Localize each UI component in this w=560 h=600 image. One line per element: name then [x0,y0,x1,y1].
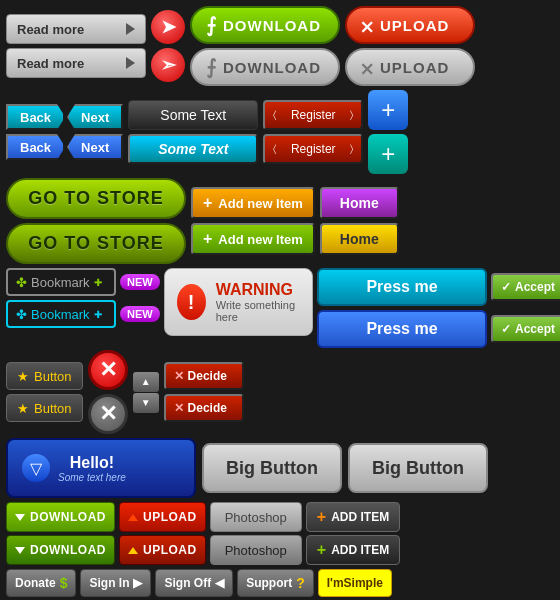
download-small-button-2[interactable]: DOWNLOAD [6,535,115,565]
checkmark-icon-2: ✓ [501,322,511,336]
download-small-button-1[interactable]: DOWNLOAD [6,502,115,532]
accept-button-2[interactable]: ✓ Accept [491,315,560,343]
down-arrow-button[interactable]: ▼ [133,393,159,413]
additem-button-1[interactable]: + ADD ITEM [306,502,400,532]
hello-button[interactable]: ▽ Hello! Some text here [6,438,196,498]
upload-gray-label: UPLOAD [380,59,449,76]
decide-button-2[interactable]: ✕ Decide [164,394,244,422]
signoff-button-1[interactable]: Sign Off ◀ [155,569,233,597]
download-label-1: DOWNLOAD [223,17,321,34]
donate-button-1[interactable]: Donate $ [6,569,76,597]
next-button-1[interactable]: Next [67,104,123,130]
upload-gray-button[interactable]: ⨉ UPLOAD [345,48,475,86]
home-purple-button[interactable]: Home [320,187,399,219]
plus-blue-button-1[interactable]: + [368,90,408,130]
upload-red-label: UPLOAD [380,17,449,34]
plus-icon-green: + [203,230,212,248]
big-button-2[interactable]: Big Button [348,443,488,493]
support-button-1[interactable]: Support ? [237,569,314,597]
photoshop-button-1[interactable]: Photoshop [210,502,302,532]
bookmark-icon-2: ✤ [16,307,27,322]
back-label-2: Back [20,140,51,155]
accept-button-1[interactable]: ✓ Accept [491,273,560,301]
triangle-down-icon-1 [15,514,25,521]
checkmark-icon-1: ✓ [501,280,511,294]
x-icon-2: ✕ [174,401,184,415]
gotostore-label-1: GO TO STORE [28,188,163,208]
accept-label-2: Accept [515,322,555,336]
download-green-button-1[interactable]: ⨍ DOWNLOAD [190,6,340,44]
new-badge-2: NEW [120,306,160,322]
plus-orange-icon-1: + [317,508,326,526]
photoshop-button-2[interactable]: Photoshop [210,535,302,565]
addnewitem-orange-label: Add new Item [218,196,303,211]
home-yellow-button[interactable]: Home [320,223,399,255]
upload-small-label-2: UPLOAD [143,543,197,557]
next-button-2[interactable]: Next [67,134,123,160]
back-button-2[interactable]: Back [6,134,65,160]
plus-small-icon-1: ✚ [94,277,102,288]
readmore-label-2: Read more [17,56,84,71]
addnewitem-orange-button[interactable]: + Add new Item [191,187,315,219]
pressme-blue-button[interactable]: Press me [317,310,487,348]
upload-small-button-1[interactable]: UPLOAD [119,502,206,532]
imsimple-button-1[interactable]: I'mSimple [318,569,392,597]
plus-teal-button[interactable]: + [368,134,408,174]
warning-icon: ! [177,284,206,320]
back-button-1[interactable]: Back [6,104,65,130]
hello-title: Hello! [58,454,126,472]
star-button-2[interactable]: ★ Button [6,394,83,422]
signin-button-1[interactable]: Sign In ▶ [80,569,151,597]
addnewitem-green-button[interactable]: + Add new Item [191,223,315,255]
next-label-2: Next [81,140,109,155]
chevron-right-icon-1: 〉 [350,109,353,121]
pressme-cyan-button[interactable]: Press me [317,268,487,306]
x-circle-button-2[interactable]: ✕ [88,394,128,434]
register-label-1: Register [291,108,336,122]
register-button-2[interactable]: 〈 Register 〉 [263,134,363,164]
arrow-right-signin-1: ▶ [133,576,142,590]
star-icon-1: ★ [17,369,29,384]
decide-button-1[interactable]: ✕ Decide [164,362,244,390]
upload-small-label-1: UPLOAD [143,510,197,524]
accept-label-1: Accept [515,280,555,294]
swirl-icon-gray2: ⨉ [361,56,374,79]
readmore-button-1[interactable]: Read more [6,14,146,44]
decide-label-1: Decide [188,369,227,383]
signoff-label-1: Sign Off [164,576,211,590]
x-circle-button-1[interactable]: ✕ [88,350,128,390]
big-button-label-2: Big Button [372,458,464,478]
download-gray-label: DOWNLOAD [223,59,321,76]
gotostore-button-2[interactable]: GO TO STORE [6,223,186,264]
additem-button-2[interactable]: + ADD ITEM [306,535,400,565]
sometext-dark-button[interactable]: Some Text [128,100,258,130]
hello-chevron-icon: ▽ [22,454,50,482]
readmore-button-2[interactable]: Read more [6,48,146,78]
download-small-label-1: DOWNLOAD [30,510,106,524]
big-button-1[interactable]: Big Button [202,443,342,493]
nav-right-circle[interactable]: ➤ [151,10,185,44]
star-label-2: Button [34,401,72,416]
register-button-1[interactable]: 〈 Register 〉 [263,100,363,130]
warning-text: WARNING Write something here [216,281,300,323]
photoshop-label-1: Photoshop [225,510,287,525]
star-button-1[interactable]: ★ Button [6,362,83,390]
arrow-right-icon-1 [126,23,135,35]
triangle-down-icon-2 [15,547,25,554]
upload-small-button-2[interactable]: UPLOAD [119,535,206,565]
signin-label-1: Sign In [89,576,129,590]
swirl-icon-gray: ⨍ [206,55,217,79]
gotostore-button-1[interactable]: GO TO STORE [6,178,186,219]
sometext-cyan-button[interactable]: Some Text [128,134,258,164]
swirl-icon-red: ⨉ [361,14,374,37]
pressme-cyan-label: Press me [366,278,437,295]
up-arrow-button[interactable]: ▲ [133,372,159,392]
bookmark-button-2[interactable]: ✤ Bookmark ✚ [6,300,116,328]
download-gray-button[interactable]: ⨍ DOWNLOAD [190,48,340,86]
bookmark-button-1[interactable]: ✤ Bookmark ✚ [6,268,116,296]
decide-label-2: Decide [188,401,227,415]
nav-left-circle[interactable]: ➣ [151,48,185,82]
warning-sub: Write something here [216,299,300,323]
home-purple-label: Home [340,195,379,211]
upload-red-button-1[interactable]: ⨉ UPLOAD [345,6,475,44]
